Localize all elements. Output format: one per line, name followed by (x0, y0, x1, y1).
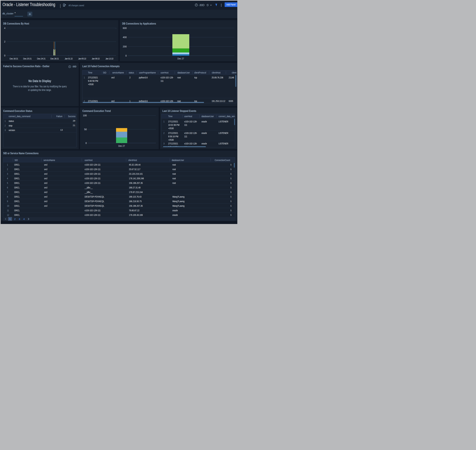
svg-text:0: 0 (85, 142, 87, 144)
svg-text:0: 0 (4, 54, 6, 57)
svg-text:200: 200 (123, 45, 127, 48)
svg-text:Dec 20 21: Dec 20 21 (23, 57, 32, 60)
svg-text:600: 600 (123, 27, 127, 30)
svg-text:Dec 27: Dec 27 (177, 57, 184, 60)
svg-text:2: 2 (4, 40, 6, 43)
svg-text:Dec 16 21: Dec 16 21 (10, 57, 18, 60)
svg-text:Dec 27: Dec 27 (118, 145, 125, 147)
svg-text:4: 4 (4, 27, 6, 30)
svg-text:0: 0 (125, 54, 127, 57)
svg-text:Dec 28 21: Dec 28 21 (50, 57, 59, 60)
svg-text:Jan 05 22: Jan 05 22 (78, 57, 86, 60)
svg-text:400: 400 (123, 36, 127, 39)
svg-text:Dec 24 21: Dec 24 21 (37, 57, 46, 60)
svg-text:Jan 13 22: Jan 13 22 (105, 57, 114, 60)
svg-text:Jan 09 22: Jan 09 22 (92, 57, 100, 60)
svg-text:100: 100 (83, 114, 87, 117)
svg-text:Jan 01 22: Jan 01 22 (65, 57, 73, 60)
svg-text:50: 50 (84, 128, 87, 131)
